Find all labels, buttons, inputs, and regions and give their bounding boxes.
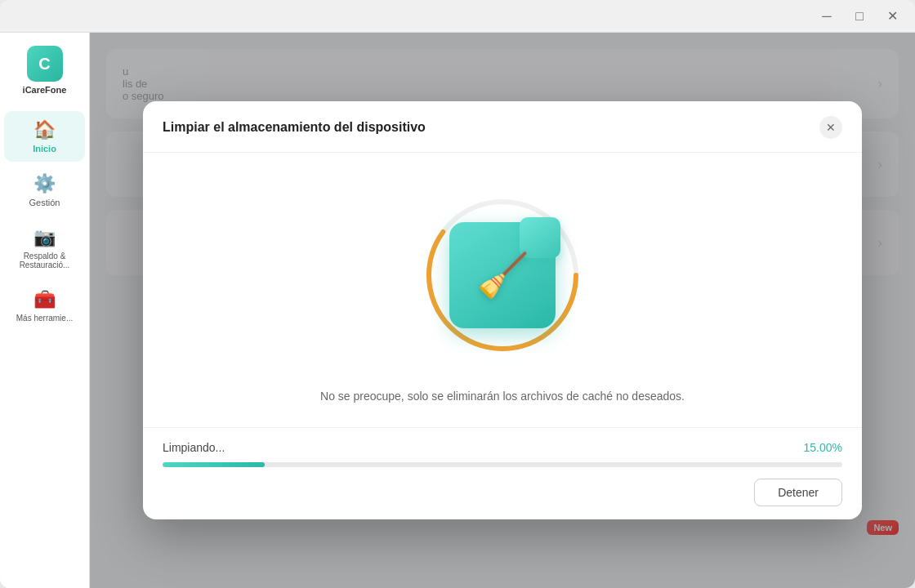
title-bar: ─ □ ✕ <box>0 0 915 33</box>
broom-icon: 🧹 <box>476 251 529 301</box>
modal-footer: Limpiando... 15.00% Detener <box>143 427 862 519</box>
maximize-button[interactable]: □ <box>846 3 873 29</box>
gestion-icon: ⚙️ <box>33 173 56 194</box>
sidebar-label-inicio: Inicio <box>33 144 56 154</box>
respaldo-icon: 📷 <box>33 227 56 248</box>
sidebar-nav: 🏠 Inicio ⚙️ Gestión 📷 Respaldo &Restaura… <box>0 111 89 331</box>
app-logo: C iCareFone <box>0 33 89 105</box>
modal-body: 🧹 No se preocupe, solo se eliminarán los… <box>143 153 862 427</box>
sidebar-item-herramientas[interactable]: 🧰 Más herramie... <box>4 281 84 331</box>
cleaning-status: Limpiando... <box>163 441 225 454</box>
logo-icon: C <box>27 46 63 82</box>
progress-bar-container <box>163 462 842 467</box>
footer-actions: Detener <box>163 479 842 506</box>
sidebar-label-gestion: Gestión <box>29 198 60 207</box>
minimize-button[interactable]: ─ <box>814 3 840 29</box>
progress-bar-fill <box>163 462 265 467</box>
sidebar-item-gestion[interactable]: ⚙️ Gestión <box>4 165 84 216</box>
app-window: ─ □ ✕ C iCareFone 🏠 Inicio ⚙️ Gestión <box>0 0 915 588</box>
modal-title: Limpiar el almacenamiento del dispositiv… <box>163 120 426 135</box>
modal-dialog: Limpiar el almacenamiento del dispositiv… <box>143 101 862 519</box>
sidebar-item-inicio[interactable]: 🏠 Inicio <box>4 111 84 162</box>
stop-button[interactable]: Detener <box>754 479 842 506</box>
modal-overlay: Limpiar el almacenamiento del dispositiv… <box>90 33 915 588</box>
sidebar: C iCareFone 🏠 Inicio ⚙️ Gestión 📷 Respal… <box>0 33 90 588</box>
logo-text: iCareFone <box>23 85 67 95</box>
window-controls: ─ □ ✕ <box>814 3 905 29</box>
modal-description: No se preocupe, solo se eliminarán los a… <box>320 390 685 403</box>
cleaning-percent: 15.00% <box>804 441 842 454</box>
modal-header: Limpiar el almacenamiento del dispositiv… <box>143 101 862 153</box>
inicio-icon: 🏠 <box>33 119 56 140</box>
cleaning-graphic: 🧹 <box>413 185 592 365</box>
sidebar-item-respaldo[interactable]: 📷 Respaldo &Restauració... <box>4 219 84 278</box>
footer-info: Limpiando... 15.00% <box>163 441 842 454</box>
herramientas-icon: 🧰 <box>33 289 56 310</box>
sidebar-label-herramientas: Más herramie... <box>16 314 73 323</box>
app-content: C iCareFone 🏠 Inicio ⚙️ Gestión 📷 Respal… <box>0 33 915 588</box>
modal-close-button[interactable]: ✕ <box>819 116 842 139</box>
close-button[interactable]: ✕ <box>879 3 905 29</box>
device-cleaning-icon: 🧹 <box>449 222 556 328</box>
sidebar-label-respaldo: Respaldo &Restauració... <box>20 252 70 270</box>
main-area: u lis de o seguro › › › New <box>90 33 915 588</box>
